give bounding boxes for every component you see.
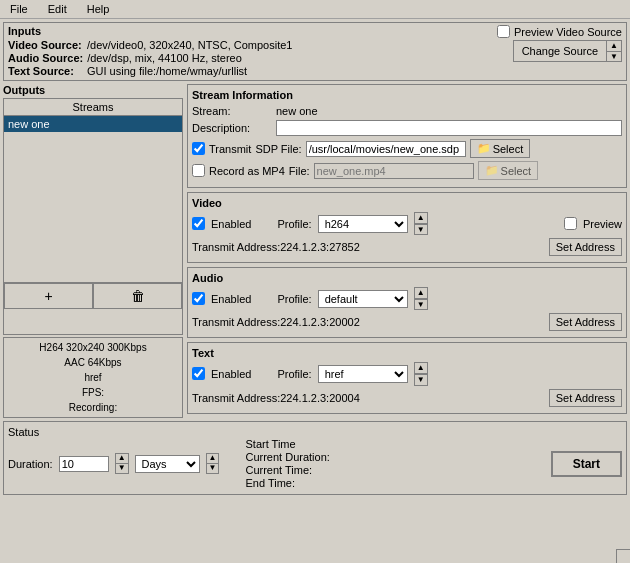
video-profile-up[interactable]: ▲ [414,212,428,224]
text-enabled-label: Enabled [211,368,251,380]
duration-input[interactable] [59,456,109,472]
video-enabled-row: Enabled Profile: h264 ▲ ▼ Preview [192,212,622,235]
text-section: Text Enabled Profile: href ▲ ▼ Transmit … [187,342,627,413]
select-file-button: 📁 Select [478,161,539,180]
current-duration-label: Current Duration: [245,451,345,463]
video-set-address-button[interactable]: Set Address [549,238,622,256]
audio-section: Audio Enabled Profile: default ▲ ▼ Trans… [187,267,627,338]
description-row: Description: [192,120,622,136]
video-enabled-label: Enabled [211,218,251,230]
audio-profile-spinner: ▲ ▼ [414,287,428,310]
text-source-key: Text Source: [8,65,83,77]
days-down[interactable]: ▼ [207,464,219,473]
video-preview-label: Preview [583,218,622,230]
stream-info-line2: AAC 64Kbps [8,355,178,370]
select-sdp-button[interactable]: 📁 Select [470,139,531,158]
text-profile-down[interactable]: ▼ [414,374,428,386]
audio-profile-down[interactable]: ▼ [414,299,428,311]
stream-name-key: Stream: [192,105,272,117]
menu-help[interactable]: Help [83,2,114,16]
time-info: Start Time Current Duration: Current Tim… [245,438,544,490]
current-duration-row: Current Duration: [245,451,544,463]
inputs-left: Inputs Video Source: /dev/video0, 320x24… [8,25,497,78]
text-enabled-row: Enabled Profile: href ▲ ▼ [192,362,622,385]
video-profile-select[interactable]: h264 [318,215,408,233]
file-input[interactable] [314,163,474,179]
video-preview-checkbox[interactable] [564,217,577,230]
audio-enabled-row: Enabled Profile: default ▲ ▼ [192,287,622,310]
resize-handle[interactable] [616,549,630,563]
audio-enabled-label: Enabled [211,293,251,305]
text-profile-label: Profile: [277,368,311,380]
audio-enabled-checkbox[interactable] [192,292,205,305]
text-address-row: Transmit Address:224.1.2.3:20004 Set Add… [192,389,622,407]
stream-item[interactable]: new one [4,116,182,132]
inputs-section: Inputs Video Source: /dev/video0, 320x24… [3,22,627,81]
text-profile-select[interactable]: href [318,365,408,383]
video-profile-spinner: ▲ ▼ [414,212,428,235]
days-spinner: ▲ ▼ [206,453,220,474]
file-label: File: [289,165,310,177]
menu-file[interactable]: File [6,2,32,16]
sdp-file-input[interactable] [306,141,466,157]
stream-info-box: H264 320x240 300Kbps AAC 64Kbps href FPS… [3,337,183,418]
add-stream-button[interactable]: + [4,283,93,309]
preview-video-checkbox[interactable] [497,25,510,38]
video-profile-down[interactable]: ▼ [414,224,428,236]
text-transmit-address: Transmit Address:224.1.2.3:20004 [192,392,360,404]
duration-label: Duration: [8,458,53,470]
days-select[interactable]: Days Hours Minutes [135,455,200,473]
change-source-button[interactable]: Change Source [513,40,607,62]
text-source-row: Text Source: GUI using file:/home/wmay/u… [8,65,497,77]
start-time-row: Start Time [245,438,544,450]
select-file-label: Select [501,165,532,177]
menu-edit[interactable]: Edit [44,2,71,16]
stream-info-recording: Recording: [8,400,178,415]
stream-information-section: Stream Information Stream: new one Descr… [187,84,627,188]
status-label: Status [8,426,622,438]
folder-icon: 📁 [477,142,491,155]
outputs-label: Outputs [3,84,183,96]
status-row: Duration: ▲ ▼ Days Hours Minutes ▲ ▼ Sta… [8,438,622,490]
stream-name-value: new one [276,105,318,117]
preview-video-label: Preview Video Source [514,26,622,38]
change-source-up[interactable]: ▲ [607,41,621,52]
audio-source-value: /dev/dsp, mix, 44100 Hz, stereo [87,52,242,64]
text-source-value: GUI using file:/home/wmay/urllist [87,65,247,77]
change-source-spinner: ▲ ▼ [607,40,622,62]
audio-title: Audio [192,272,622,284]
text-enabled-checkbox[interactable] [192,367,205,380]
audio-profile-select[interactable]: default [318,290,408,308]
video-source-value: /dev/video0, 320x240, NTSC, Composite1 [87,39,292,51]
stream-info-title: Stream Information [192,89,622,101]
sdp-file-label: SDP File: [255,143,301,155]
text-set-address-button[interactable]: Set Address [549,389,622,407]
audio-set-address-button[interactable]: Set Address [549,313,622,331]
current-time-row: Current Time: [245,464,544,476]
record-mp4-row: Record as MP4 File: 📁 Select [192,161,622,180]
text-profile-spinner: ▲ ▼ [414,362,428,385]
audio-profile-up[interactable]: ▲ [414,287,428,299]
folder2-icon: 📁 [485,164,499,177]
description-input[interactable] [276,120,622,136]
stream-info-line1: H264 320x240 300Kbps [8,340,178,355]
start-time-label: Start Time [245,438,345,450]
streams-box: Streams new one + 🗑 [3,98,183,335]
video-section: Video Enabled Profile: h264 ▲ ▼ Preview … [187,192,627,263]
duration-down[interactable]: ▼ [116,464,128,473]
transmit-checkbox[interactable] [192,142,205,155]
start-button[interactable]: Start [551,451,622,477]
record-mp4-checkbox[interactable] [192,164,205,177]
inputs-label: Inputs [8,25,497,37]
transmit-label: Transmit [209,143,251,155]
current-time-label: Current Time: [245,464,345,476]
delete-stream-button[interactable]: 🗑 [93,283,182,309]
video-enabled-checkbox[interactable] [192,217,205,230]
video-source-key: Video Source: [8,39,83,51]
streams-header: Streams [4,99,182,116]
text-profile-up[interactable]: ▲ [414,362,428,374]
change-source-down[interactable]: ▼ [607,52,621,62]
status-section: Status Duration: ▲ ▼ Days Hours Minutes … [3,421,627,495]
duration-spinner: ▲ ▼ [115,453,129,474]
end-time-row: End Time: [245,477,544,489]
